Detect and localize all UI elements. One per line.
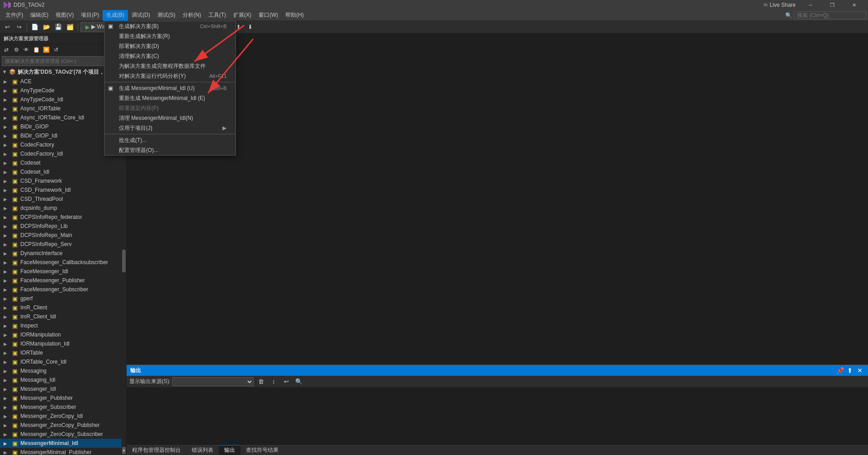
menu-item-clean-solution[interactable]: 清理解决方案(C): [104, 51, 236, 61]
output-pin-button[interactable]: 📌: [835, 366, 844, 375]
tree-item-messenger-zerocopy-idl[interactable]: ▶ ▣ Messenger_ZeroCopy_Idl: [0, 412, 122, 421]
redo-button[interactable]: ↪: [14, 22, 24, 32]
menu-debug[interactable]: 调试(D): [128, 10, 154, 21]
menu-test[interactable]: 测试(S): [154, 10, 179, 21]
menu-help[interactable]: 帮助(H): [282, 10, 307, 21]
tree-item-codeset[interactable]: ▶ ▣ Codeset: [0, 158, 122, 167]
tree-item-dynamic-interface[interactable]: ▶ ▣ DynamicInterface: [0, 249, 122, 258]
tree-item-codecfactory-idl[interactable]: ▶ ▣ CodecFactory_Idl: [0, 149, 122, 158]
sidebar-new-solution-button[interactable]: 📋: [32, 46, 41, 54]
menu-window[interactable]: 窗口(W): [255, 10, 282, 21]
menu-item-config-manager[interactable]: 配置管理器(O)...: [104, 145, 236, 155]
tree-item-dcpsinfo-federator[interactable]: ▶ ▣ DCPSInfoRepo_federator: [0, 213, 122, 222]
menu-item-build-solution[interactable]: ▣ 生成解决方案(B) Ctrl+Shift+B: [104, 21, 236, 31]
tree-item-imr-client[interactable]: ▶ ▣ ImR_Client: [0, 303, 122, 312]
menu-build[interactable]: 生成(B): [103, 10, 128, 21]
output-wrap-button[interactable]: ↩: [281, 377, 292, 387]
menu-edit[interactable]: 编辑(E): [27, 10, 52, 21]
menu-tools[interactable]: 工具(T): [205, 10, 230, 21]
tab-error-list[interactable]: 错误列表: [186, 445, 219, 455]
tree-item-messenger-subscriber[interactable]: ▶ ▣ Messenger_Subscriber: [0, 403, 122, 412]
menu-item-batch-build[interactable]: 批生成(T)...: [104, 135, 236, 145]
tree-item-messengerminimal-idl[interactable]: ▶ ▣ MessengerMinimal_Idl: [0, 439, 122, 448]
tree-item-iortable-core[interactable]: ▶ ▣ IORTable_Core_Idl: [0, 357, 122, 366]
sidebar-properties-button[interactable]: ⚙: [12, 46, 21, 54]
sidebar-refresh-button[interactable]: ↺: [52, 46, 61, 54]
tree-item-face-subscriber[interactable]: ▶ ▣ FaceMessenger_Subscriber: [0, 285, 122, 294]
output-close-button[interactable]: ✕: [855, 366, 864, 375]
scroll-thumb[interactable]: [122, 250, 126, 272]
output-toggle-button[interactable]: ↕: [268, 377, 279, 387]
tree-item-iormanip-idl[interactable]: ▶ ▣ IORManipulation_Idl: [0, 339, 122, 348]
menu-item-rebuild-solution[interactable]: 重新生成解决方案(R): [104, 31, 236, 41]
tab-pkg-manager[interactable]: 程序包管理器控制台: [127, 445, 186, 455]
tree-item-anytypecode-idl[interactable]: ▶ ▣ AnyTypeCode_Idl: [0, 95, 122, 104]
menu-item-rebuild-proj[interactable]: 重新生成 MessengerMinimal_Idl (E): [104, 93, 236, 103]
save-button[interactable]: 💾: [53, 22, 64, 32]
tree-item-dcpsinfo-dump[interactable]: ▶ ▣ dcpsinfo_dump: [0, 204, 122, 213]
tree-item-csd-framework-idl[interactable]: ▶ ▣ CSD_Framework_Idl: [0, 185, 122, 194]
output-find-button[interactable]: 🔍: [293, 377, 304, 387]
tree-item-csd-threadpool[interactable]: ▶ ▣ CSD_ThreadPool: [0, 194, 122, 204]
tree-item-dcpsinfo-main[interactable]: ▶ ▣ DCPSInfoRepo_Main: [0, 231, 122, 240]
search-input[interactable]: [794, 11, 866, 19]
menu-extensions[interactable]: 扩展(X): [230, 10, 255, 21]
undo-button[interactable]: ↩: [2, 22, 13, 32]
menu-item-project-only[interactable]: 仅用于项目(J) ▶: [104, 123, 236, 133]
tree-item-inspect[interactable]: ▶ ▣ Inspect: [0, 321, 122, 330]
tree-item-dcpsinfo-lib[interactable]: ▶ ▣ DCPSInfoRepo_Lib: [0, 222, 122, 231]
sidebar-filter-button[interactable]: 🔽: [42, 46, 51, 54]
save-all-button[interactable]: 🗂️: [65, 22, 75, 32]
sidebar-search-input[interactable]: [2, 56, 110, 66]
menu-item-gen-pdb[interactable]: 为解决方案生成完整程序数据库文件: [104, 61, 236, 71]
menu-view[interactable]: 视图(V): [52, 10, 77, 21]
tree-item-ace[interactable]: ▶ ▣ ACE: [0, 77, 122, 86]
tree-item-messengerminimal-publisher[interactable]: ▶ ▣ MessengerMinimal_Publisher: [0, 448, 122, 455]
menu-item-clean-proj[interactable]: 清理 MessengerMinimal_Idl(N): [104, 113, 236, 123]
tree-item-gperf[interactable]: ▶ ▣ gperf: [0, 294, 122, 303]
liveshare-button[interactable]: ♾ Live Share: [760, 0, 799, 10]
tree-item-messenger-zerocopy-subscriber[interactable]: ▶ ▣ Messenger_ZeroCopy_Subscriber: [0, 430, 122, 439]
tree-item-messenger-publisher[interactable]: ▶ ▣ Messenger_Publisher: [0, 393, 122, 403]
menu-analyze[interactable]: 分析(N): [179, 10, 205, 21]
toolbar-btn-more8[interactable]: ⬇: [245, 22, 256, 32]
tree-item-bidir-giop-idl[interactable]: ▶ ▣ BiDir_GIOP_Idl: [0, 131, 122, 140]
tab-output[interactable]: 输出: [219, 445, 241, 455]
scroll-down-button[interactable]: ▼: [122, 447, 126, 454]
tree-item-iormanip[interactable]: ▶ ▣ IORManipulation: [0, 330, 122, 339]
tree-item-face-idl[interactable]: ▶ ▣ FaceMessenger_Idl: [0, 267, 122, 276]
close-button[interactable]: ✕: [844, 0, 864, 10]
tree-item-face-callback[interactable]: ▶ ▣ FaceMessenger_Callbacksubscriber: [0, 258, 122, 267]
menu-item-deploy-solution[interactable]: 部署解决方案(D): [104, 41, 236, 51]
tree-item-dcpsinfo-serv[interactable]: ▶ ▣ DCPSInfoRepo_Serv: [0, 240, 122, 249]
open-file-button[interactable]: 📂: [41, 22, 52, 32]
tree-item-face-publisher[interactable]: ▶ ▣ FaceMessenger_Publisher: [0, 276, 122, 285]
tree-item-messenger-zerocopy-publisher[interactable]: ▶ ▣ Messenger_ZeroCopy_Publisher: [0, 421, 122, 430]
tree-item-async-iortable[interactable]: ▶ ▣ Async_IORTable: [0, 104, 122, 113]
tree-item-imr-client-idl[interactable]: ▶ ▣ ImR_Client_Idl: [0, 312, 122, 321]
tree-item-messaging[interactable]: ▶ ▣ Messaging: [0, 366, 122, 375]
tab-find-symbol[interactable]: 查找符号结果: [241, 445, 284, 455]
sidebar-preview-button[interactable]: 👁: [22, 46, 31, 54]
tree-item-csd-framework[interactable]: ▶ ▣ CSD_Framework: [0, 176, 122, 185]
restore-button[interactable]: ❐: [822, 0, 843, 10]
output-source-select[interactable]: [172, 377, 254, 386]
tree-item-messenger-idl[interactable]: ▶ ▣ Messenger_Idl: [0, 384, 122, 393]
tree-item-codecfactory[interactable]: ▶ ▣ CodecFactory: [0, 140, 122, 149]
output-float-button[interactable]: ⬆: [845, 366, 854, 375]
menu-project[interactable]: 项目(P): [77, 10, 103, 21]
tree-item-async-iortable-core[interactable]: ▶ ▣ Async_IORTable_Core_Idl: [0, 113, 122, 122]
minimize-button[interactable]: ─: [800, 0, 821, 10]
tree-item-anytypecode[interactable]: ▶ ▣ AnyTypeCode: [0, 86, 122, 95]
tree-item-iortable[interactable]: ▶ ▣ IORTable: [0, 348, 122, 357]
output-clear-button[interactable]: 🗑: [255, 377, 266, 387]
menu-item-analyze-solution[interactable]: 对解决方案运行代码分析(Y) Alt+F11: [104, 71, 236, 81]
solution-root[interactable]: ▼ 📦 解决方案'DDS_TAOv2'(78 个项目，共: [0, 67, 122, 77]
menu-item-build-proj[interactable]: ▣ 生成 MessengerMinimal_Idl (U) Ctrl+B: [104, 83, 236, 93]
tree-item-bidir-giop[interactable]: ▶ ▣ BiDir_GIOP: [0, 122, 122, 131]
new-file-button[interactable]: 📄: [29, 22, 40, 32]
tree-item-codeset-idl[interactable]: ▶ ▣ Codeset_Idl: [0, 167, 122, 176]
menu-file[interactable]: 文件(F): [2, 10, 27, 21]
sidebar-sync-button[interactable]: ⇄: [2, 46, 11, 54]
tree-item-messaging-idl[interactable]: ▶ ▣ Messaging_Idl: [0, 375, 122, 384]
